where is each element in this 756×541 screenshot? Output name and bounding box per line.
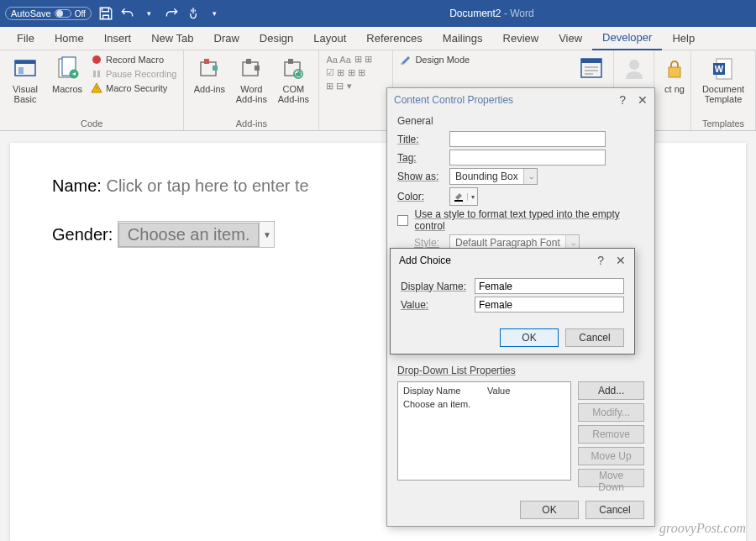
redo-icon[interactable] bbox=[164, 6, 179, 21]
code-small-buttons: Record Macro Pause Recording Macro Secur… bbox=[91, 54, 176, 94]
svg-rect-7 bbox=[97, 71, 100, 77]
use-style-checkbox[interactable] bbox=[397, 215, 408, 226]
addchoice-title: Add Choice bbox=[399, 255, 451, 266]
group-protect-2: ct ng bbox=[654, 50, 691, 130]
design-mode-button[interactable]: Design Mode bbox=[400, 54, 470, 66]
tab-view[interactable]: View bbox=[549, 27, 592, 50]
undo-dropdown-icon[interactable]: ▾ bbox=[142, 6, 157, 21]
help-icon[interactable]: ? bbox=[619, 93, 626, 107]
addchoice-ok-button[interactable]: OK bbox=[500, 328, 559, 347]
addins-icon bbox=[196, 55, 223, 82]
use-style-label: Use a style to format text typed into th… bbox=[413, 208, 644, 232]
control-row2[interactable]: ☑ ⊞ ⊞ ⊞ bbox=[326, 67, 371, 78]
document-template-button[interactable]: W Document Template bbox=[698, 54, 748, 104]
autosave-label: AutoSave bbox=[11, 8, 51, 18]
color-picker[interactable]: ▾ bbox=[449, 187, 478, 206]
group-controls: Aa Aa ⊞ ⊞ ☑ ⊞ ⊞ ⊞ ⊞ ⊟ ▾ bbox=[319, 50, 393, 130]
autosave-state: Off bbox=[75, 9, 86, 18]
general-label: General bbox=[397, 115, 644, 129]
pause-icon bbox=[91, 68, 102, 80]
pause-recording-button: Pause Recording bbox=[91, 68, 176, 80]
ddl-side-buttons: Add... Modify... Remove Move Up Move Dow… bbox=[578, 381, 644, 487]
block-authors-button[interactable] bbox=[621, 54, 648, 84]
qat-dropdown-icon[interactable]: ▾ bbox=[207, 6, 223, 21]
list-item[interactable]: Choose an item. bbox=[403, 399, 565, 409]
visual-basic-icon bbox=[12, 55, 39, 82]
control-row1[interactable]: Aa Aa ⊞ ⊞ bbox=[326, 54, 371, 65]
svg-rect-15 bbox=[255, 66, 260, 71]
addchoice-cancel-button[interactable]: Cancel bbox=[565, 328, 624, 347]
tag-input[interactable] bbox=[449, 150, 606, 165]
help-icon[interactable]: ? bbox=[597, 254, 604, 267]
svg-rect-14 bbox=[246, 59, 251, 64]
doc-name: Document2 bbox=[449, 8, 501, 19]
tab-design[interactable]: Design bbox=[249, 27, 303, 50]
tab-developer[interactable]: Developer bbox=[592, 26, 662, 50]
display-name-input[interactable] bbox=[475, 278, 624, 294]
control-row3[interactable]: ⊞ ⊟ ▾ bbox=[326, 81, 371, 92]
word-addins-label: Word Add-ins bbox=[233, 84, 270, 104]
tab-layout[interactable]: Layout bbox=[303, 27, 356, 50]
movedown-button: Move Down bbox=[578, 469, 644, 487]
macros-label: Macros bbox=[49, 84, 86, 94]
props-cancel-button[interactable]: Cancel bbox=[585, 501, 644, 519]
props-dialog-title: Content Control Properties bbox=[394, 94, 513, 106]
title-input[interactable] bbox=[449, 131, 606, 147]
document-template-label: Document Template bbox=[698, 84, 748, 104]
record-macro-button[interactable]: Record Macro bbox=[91, 54, 176, 66]
watermark: groovyPost.com bbox=[659, 521, 746, 536]
touch-mode-icon[interactable] bbox=[186, 6, 201, 21]
chevron-down-icon[interactable]: ⌵ bbox=[523, 169, 537, 184]
tab-home[interactable]: Home bbox=[45, 27, 94, 50]
addchoice-titlebar[interactable]: Add Choice ?✕ bbox=[391, 249, 634, 272]
app-suffix: - Word bbox=[501, 8, 534, 19]
svg-rect-21 bbox=[581, 59, 601, 63]
title-bar: AutoSave Off ▾ ▾ Document2 - Word bbox=[0, 0, 756, 27]
macros-button[interactable]: Macros bbox=[49, 54, 86, 94]
group-addins: Add-ins Word Add-ins COM Add-ins Add-ins bbox=[184, 50, 319, 130]
addins-button[interactable]: Add-ins bbox=[191, 54, 228, 94]
visual-basic-button[interactable]: Visual Basic bbox=[7, 54, 44, 104]
tab-review[interactable]: Review bbox=[493, 27, 549, 50]
document-title: Document2 - Word bbox=[228, 8, 756, 19]
com-addins-button[interactable]: COM Add-ins bbox=[275, 54, 312, 104]
tab-draw[interactable]: Draw bbox=[204, 27, 249, 50]
xml-mapping-button[interactable] bbox=[575, 54, 606, 84]
toggle-off-icon bbox=[55, 9, 71, 18]
name-placeholder[interactable]: Click or tap here to enter te bbox=[106, 176, 308, 195]
undo-icon[interactable] bbox=[120, 6, 135, 21]
tab-newtab[interactable]: New Tab bbox=[141, 27, 203, 50]
showas-label: Show as: bbox=[397, 171, 444, 182]
value-label: Value: bbox=[401, 299, 470, 311]
tab-references[interactable]: References bbox=[356, 27, 432, 50]
restrict-editing-button[interactable]: ct ng bbox=[661, 54, 688, 94]
com-addins-label: COM Add-ins bbox=[275, 84, 312, 104]
tab-file[interactable]: File bbox=[7, 27, 45, 50]
tab-mailings[interactable]: Mailings bbox=[433, 27, 493, 50]
close-icon[interactable]: ✕ bbox=[616, 254, 626, 267]
add-button[interactable]: Add... bbox=[578, 381, 644, 400]
macro-security-button[interactable]: Macro Security bbox=[91, 82, 176, 94]
svg-rect-8 bbox=[96, 87, 97, 90]
autosave-toggle[interactable]: AutoSave Off bbox=[5, 7, 92, 20]
group-code: Visual Basic Macros Record Macro Pause R… bbox=[0, 50, 184, 130]
chevron-down-icon[interactable]: ▾ bbox=[467, 193, 477, 201]
ddl-listbox[interactable]: Display NameValue Choose an item. bbox=[397, 381, 571, 481]
color-label: Color: bbox=[397, 191, 444, 202]
close-icon[interactable]: ✕ bbox=[638, 93, 648, 107]
properties-button-hidden bbox=[400, 68, 470, 80]
modify-button: Modify... bbox=[578, 403, 644, 422]
tab-help[interactable]: Help bbox=[662, 27, 705, 50]
value-input[interactable] bbox=[475, 297, 624, 313]
display-name-label: Display Name: bbox=[401, 281, 470, 292]
chevron-down-icon[interactable]: ▼ bbox=[259, 222, 274, 247]
group-templates: W Document Template Templates bbox=[691, 50, 756, 130]
gender-dropdown[interactable]: Choose an item.▼ bbox=[118, 221, 276, 248]
props-dialog-titlebar[interactable]: Content Control Properties ?✕ bbox=[387, 88, 654, 112]
save-icon[interactable] bbox=[98, 6, 113, 21]
props-ok-button[interactable]: OK bbox=[520, 501, 579, 519]
tab-insert[interactable]: Insert bbox=[94, 27, 142, 50]
word-addins-button[interactable]: Word Add-ins bbox=[233, 54, 270, 104]
showas-combo[interactable]: Bounding Box⌵ bbox=[449, 168, 538, 185]
remove-button: Remove bbox=[578, 425, 644, 444]
